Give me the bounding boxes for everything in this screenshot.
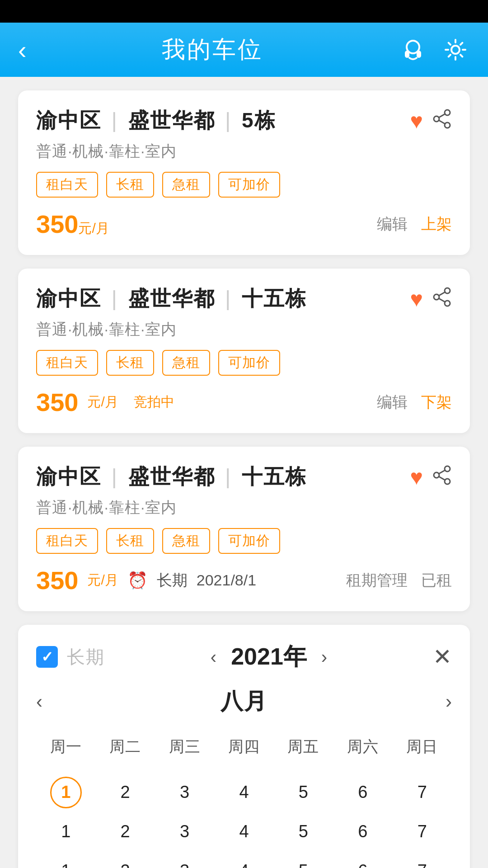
card3-actions: 租期管理 已租 (346, 570, 452, 591)
cal-day-3-4[interactable]: 4 (214, 851, 273, 868)
cal-day-3-5[interactable]: 5 (274, 851, 333, 868)
checkbox-label: 长期 (67, 645, 105, 670)
card1-actions: 编辑 上架 (377, 214, 452, 235)
checkbox-container: ✓ 长期 (36, 645, 105, 670)
card3-header: 渝中区 | 盛世华都 | 十五栋 ♥ (36, 463, 452, 491)
card2-title: 渝中区 | 盛世华都 | 十五栋 (36, 285, 307, 313)
page-title: 我的车位 (162, 34, 263, 66)
cal-day-3-6[interactable]: 6 (333, 851, 392, 868)
card3-rented-label: 已租 (421, 570, 452, 591)
cal-day-1-5[interactable]: 5 (274, 773, 333, 812)
card3-price: 350 (36, 566, 78, 595)
cal-day-2-5[interactable]: 5 (274, 812, 333, 851)
tag-jizu-2: 急租 (162, 350, 210, 376)
cal-day-1-2[interactable]: 2 (95, 773, 155, 812)
svg-line-13 (439, 298, 445, 302)
calendar-grid: 1 2 3 4 5 6 7 1 2 3 4 5 6 7 1 2 3 4 5 6 … (36, 773, 452, 868)
card3-period-button[interactable]: 租期管理 (346, 570, 408, 591)
cal-day-1-1[interactable]: 1 (50, 777, 82, 808)
card3-features: 普通·机械·靠柱·室内 (36, 497, 452, 518)
cal-day-1-6[interactable]: 6 (333, 773, 392, 812)
settings-icon[interactable] (441, 35, 470, 64)
card3-price-unit: 元/月 (87, 571, 118, 590)
card2-building: 十五栋 (242, 287, 307, 310)
card3-heart-icon[interactable]: ♥ (410, 465, 423, 490)
card2-bidding-label: 竞拍中 (134, 393, 174, 411)
weekday-tue: 周二 (95, 730, 155, 764)
svg-line-8 (439, 120, 445, 124)
longterm-checkbox[interactable]: ✓ (36, 646, 58, 668)
card2-edit-button[interactable]: 编辑 (377, 392, 408, 413)
support-icon[interactable] (399, 35, 427, 64)
svg-line-7 (439, 114, 445, 118)
card2-heart-icon[interactable]: ♥ (410, 287, 423, 311)
cal-day-2-3[interactable]: 3 (155, 812, 214, 851)
svg-line-17 (439, 470, 445, 474)
content: 渝中区 | 盛世华都 | 5栋 ♥ 普通·机械·靠 (0, 77, 488, 868)
card1-edit-button[interactable]: 编辑 (377, 214, 408, 235)
weekday-fri: 周五 (274, 730, 333, 764)
card3-share-icon[interactable] (432, 465, 452, 490)
svg-line-12 (439, 292, 445, 296)
card2-features: 普通·机械·靠柱·室内 (36, 319, 452, 340)
weekday-thu: 周四 (214, 730, 273, 764)
weekday-sat: 周六 (333, 730, 392, 764)
year-nav: ‹ 2021年 › (207, 641, 331, 673)
card2-download-button[interactable]: 下架 (421, 392, 452, 413)
card2-icons: ♥ (410, 285, 452, 311)
cal-day-1-4[interactable]: 4 (214, 773, 273, 812)
cal-day-3-2[interactable]: 2 (95, 851, 155, 868)
parking-card-1: 渝中区 | 盛世华都 | 5栋 ♥ 普通·机械·靠 (18, 90, 470, 255)
calendar-section: ✓ 长期 ‹ 2021年 › ✕ ‹ 八月 › 周一 周二 周三 周四 周五 周… (18, 625, 470, 868)
tag-changzu-3: 长租 (106, 528, 154, 554)
card2-district: 渝中区 (36, 287, 101, 310)
cal-day-3-3[interactable]: 3 (155, 851, 214, 868)
card2-price-unit: 元/月 (87, 393, 118, 411)
card3-period-date: 2021/8/1 (197, 571, 256, 589)
calendar-close-button[interactable]: ✕ (433, 644, 452, 670)
card3-community: 盛世华都 (128, 465, 215, 488)
card2-actions: 编辑 下架 (377, 392, 452, 413)
next-month-button[interactable]: › (446, 691, 452, 712)
card2-tags: 租白天 长租 急租 可加价 (36, 350, 452, 376)
card1-upload-button[interactable]: 上架 (421, 214, 452, 235)
tag-jiajia-2: 可加价 (218, 350, 280, 376)
card2-price-row: 350元/月 竞拍中 (36, 387, 174, 417)
card2-share-icon[interactable] (432, 287, 452, 311)
cal-day-2-2[interactable]: 2 (95, 812, 155, 851)
card2-price: 350 (36, 387, 78, 417)
card1-district: 渝中区 (36, 108, 101, 132)
cal-day-2-7[interactable]: 7 (393, 812, 452, 851)
svg-line-18 (439, 476, 445, 480)
status-bar (0, 0, 488, 23)
card1-price-container: 350元/月 (36, 209, 109, 239)
svg-rect-2 (417, 51, 421, 58)
svg-rect-1 (405, 51, 409, 58)
weekday-sun: 周日 (393, 730, 452, 764)
tag-jiajia-3: 可加价 (218, 528, 280, 554)
calendar-header-row: ✓ 长期 ‹ 2021年 › ✕ (36, 641, 452, 673)
cal-day-2-6[interactable]: 6 (333, 812, 392, 851)
cal-day-2-1[interactable]: 1 (36, 812, 95, 851)
card3-footer: 350元/月 ⏰ 长期 2021/8/1 租期管理 已租 (36, 566, 452, 595)
svg-point-3 (451, 46, 460, 54)
cal-day-3-1[interactable]: 1 (36, 851, 95, 868)
weekdays-row: 周一 周二 周三 周四 周五 周六 周日 (36, 730, 452, 764)
cal-day-1-3[interactable]: 3 (155, 773, 214, 812)
tag-changzu-2: 长租 (106, 350, 154, 376)
next-year-button[interactable]: › (318, 643, 331, 671)
cal-day-1-7[interactable]: 7 (393, 773, 452, 812)
back-button[interactable]: ‹ (18, 35, 27, 65)
card3-building: 十五栋 (242, 465, 307, 488)
card1-heart-icon[interactable]: ♥ (410, 108, 423, 133)
card1-community: 盛世华都 (128, 108, 215, 132)
card1-features: 普通·机械·靠柱·室内 (36, 141, 452, 162)
cal-day-2-4[interactable]: 4 (214, 812, 273, 851)
prev-year-button[interactable]: ‹ (207, 643, 220, 671)
cal-day-3-7[interactable]: 7 (393, 851, 452, 868)
year-label: 2021年 (231, 641, 307, 673)
card1-share-icon[interactable] (432, 109, 452, 133)
tag-changzu: 长租 (106, 172, 154, 198)
prev-month-button[interactable]: ‹ (36, 691, 42, 712)
card2-header: 渝中区 | 盛世华都 | 十五栋 ♥ (36, 285, 452, 313)
